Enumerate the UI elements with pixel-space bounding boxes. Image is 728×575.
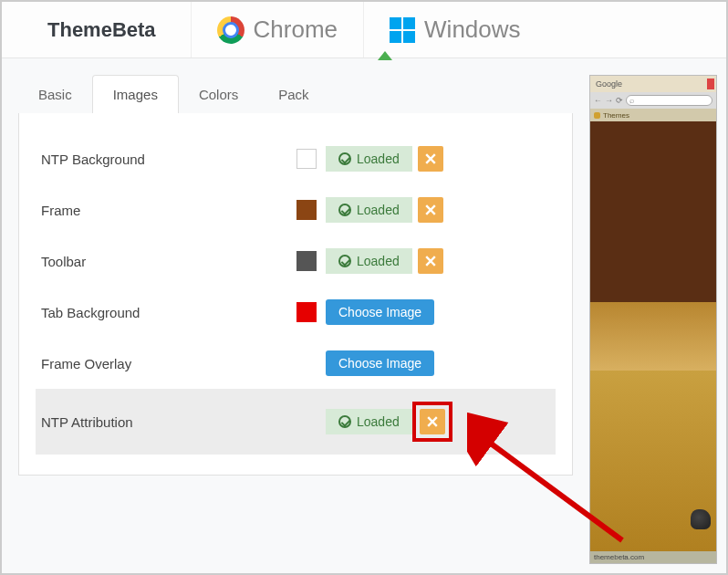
row-toolbar: Toolbar Loaded bbox=[36, 235, 556, 287]
loaded-badge: Loaded bbox=[326, 146, 412, 172]
check-circle-icon bbox=[338, 204, 351, 216]
windows-icon bbox=[390, 17, 415, 43]
tab-pack[interactable]: Pack bbox=[258, 76, 328, 113]
tab-images[interactable]: Images bbox=[92, 75, 179, 113]
preview-attribution: themebeta.com bbox=[590, 551, 716, 563]
preview-omnibox: ⌕ bbox=[626, 95, 712, 106]
nav-chrome[interactable]: Chrome bbox=[191, 2, 363, 58]
color-swatch[interactable] bbox=[296, 302, 317, 322]
tab-basic[interactable]: Basic bbox=[18, 76, 92, 113]
row-label: Frame Overlay bbox=[41, 356, 296, 371]
nav-chrome-label: Chrome bbox=[254, 16, 338, 44]
delete-button[interactable] bbox=[420, 409, 445, 434]
row-label: Frame bbox=[41, 203, 296, 218]
back-icon: ← bbox=[594, 96, 602, 105]
tab-bar: Basic Images Colors Pack bbox=[18, 75, 573, 113]
loaded-text: Loaded bbox=[357, 203, 400, 217]
preview-tab-title: Google bbox=[596, 79, 622, 89]
choose-image-button[interactable]: Choose Image bbox=[326, 350, 434, 376]
loaded-badge: Loaded bbox=[326, 197, 412, 223]
forward-icon: → bbox=[605, 96, 613, 105]
close-icon bbox=[427, 416, 438, 427]
row-ntp-background: NTP Background Loaded bbox=[36, 133, 556, 184]
preview-bookmark-bar: Themes bbox=[590, 109, 716, 121]
row-label: Toolbar bbox=[41, 254, 296, 269]
row-tab-background: Tab Background Choose Image bbox=[36, 287, 556, 338]
nav-windows[interactable]: Windows bbox=[363, 2, 546, 58]
row-frame-overlay: Frame Overlay Choose Image bbox=[36, 338, 556, 389]
loaded-text: Loaded bbox=[357, 254, 400, 268]
preview-bookmark-text: Themes bbox=[603, 111, 629, 120]
check-circle-icon bbox=[338, 152, 351, 165]
row-label: Tab Background bbox=[41, 305, 296, 320]
check-circle-icon bbox=[338, 415, 351, 428]
elephant-silhouette-icon bbox=[691, 509, 711, 529]
reload-icon: ⟳ bbox=[616, 96, 623, 105]
color-swatch[interactable] bbox=[296, 149, 317, 169]
loaded-badge: Loaded bbox=[326, 409, 412, 434]
tab-colors[interactable]: Colors bbox=[179, 76, 258, 113]
delete-button[interactable] bbox=[418, 146, 443, 172]
preview-tabbar: Google bbox=[590, 76, 716, 92]
loaded-text: Loaded bbox=[357, 414, 400, 429]
color-swatch[interactable] bbox=[296, 200, 317, 220]
nav-windows-label: Windows bbox=[424, 16, 520, 44]
content-area: Basic Images Colors Pack NTP Background … bbox=[2, 58, 726, 573]
row-label: NTP Attribution bbox=[41, 414, 296, 430]
top-navbar: ThemeBeta Chrome Windows bbox=[2, 2, 726, 58]
preview-ntp-body bbox=[590, 121, 716, 551]
active-nav-pointer-icon bbox=[378, 51, 392, 60]
brand-title: ThemeBeta bbox=[2, 18, 191, 42]
row-frame: Frame Loaded bbox=[36, 184, 556, 235]
favicon-icon bbox=[594, 112, 600, 119]
preview-toolbar: ← → ⟳ ⌕ bbox=[590, 92, 716, 109]
choose-image-button[interactable]: Choose Image bbox=[326, 299, 434, 325]
row-ntp-attribution: NTP Attribution Loaded bbox=[36, 389, 556, 455]
theme-preview-pane: Google ← → ⟳ ⌕ Themes themebeta.com bbox=[589, 75, 717, 564]
loaded-badge: Loaded bbox=[326, 248, 412, 274]
chrome-icon bbox=[217, 16, 244, 44]
delete-button[interactable] bbox=[418, 248, 443, 274]
images-panel: NTP Background Loaded Frame Loaded bbox=[18, 113, 573, 476]
annotation-highlight-box bbox=[412, 402, 452, 442]
close-icon bbox=[425, 204, 436, 215]
close-icon bbox=[425, 256, 436, 267]
delete-button[interactable] bbox=[418, 197, 443, 223]
loaded-text: Loaded bbox=[357, 152, 400, 166]
color-swatch[interactable] bbox=[296, 251, 317, 271]
search-icon: ⌕ bbox=[629, 96, 634, 105]
check-circle-icon bbox=[338, 255, 351, 267]
editor-column: Basic Images Colors Pack NTP Background … bbox=[18, 75, 573, 564]
close-icon bbox=[425, 153, 436, 164]
row-label: NTP Background bbox=[41, 152, 296, 167]
